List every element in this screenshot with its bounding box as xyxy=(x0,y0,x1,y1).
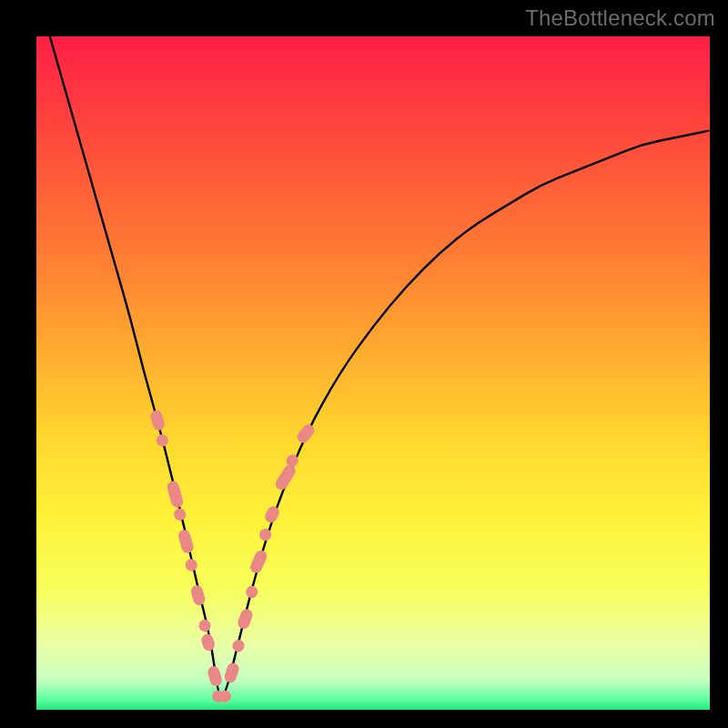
curve-marker xyxy=(177,529,195,554)
watermark-text: TheBottleneck.com xyxy=(525,5,715,31)
curve-marker xyxy=(197,618,212,632)
curve-marker xyxy=(200,632,217,652)
curve-marker xyxy=(173,507,187,521)
curve-marker xyxy=(219,691,231,703)
curve-marker xyxy=(244,584,259,600)
curve-marker xyxy=(166,480,185,509)
curve-marker xyxy=(248,549,268,575)
curve-marker xyxy=(273,463,298,492)
curve-marker xyxy=(189,584,207,607)
curve-marker xyxy=(295,422,317,445)
chart-frame: TheBottleneck.com xyxy=(0,0,728,728)
curve-marker xyxy=(236,607,254,630)
curve-marker xyxy=(149,409,167,431)
curve-layer xyxy=(36,36,710,710)
curve-marker xyxy=(155,433,169,448)
curve-marker xyxy=(184,558,198,572)
curve-marker xyxy=(207,665,224,688)
bottleneck-curve xyxy=(50,36,710,696)
curve-marker xyxy=(258,527,274,543)
marker-group xyxy=(149,409,317,702)
curve-marker xyxy=(231,638,246,653)
curve-marker xyxy=(263,504,281,524)
curve-marker xyxy=(223,662,240,684)
plot-area xyxy=(36,36,710,710)
